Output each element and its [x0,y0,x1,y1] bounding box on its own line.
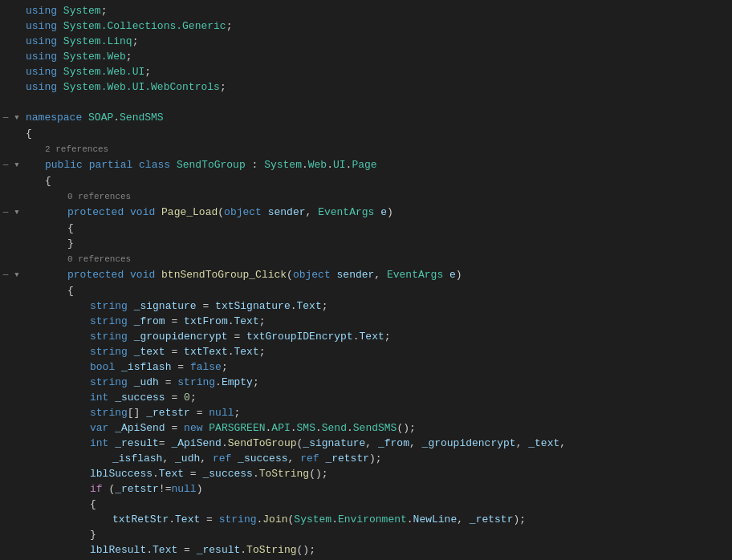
line-if: if (_retstr!=null) [0,481,732,497]
line-content-success: int _success = 0; [22,390,732,405]
gutter-groupid [0,329,11,330]
line-content-pageload: protected void Page_Load(object sender, … [22,205,732,220]
gutter-ref0-2 [0,251,11,252]
line-4: using System.Web; [0,49,732,64]
line-content-ns: namespace SOAP.SendSMS [22,110,732,125]
line-from: string _from = txtFrom.Text; [0,314,732,329]
line-txtretstr: txtRetStr.Text = string.Join(System.Envi… [0,512,732,527]
line-ref0-1: 0 references [0,189,732,205]
line-ob3: { [0,283,732,298]
gutter-blank [0,95,11,95]
line-content-apisend: var _ApiSend = new PARSGREEN.API.SMS.Sen… [22,420,732,436]
line-content-2: using System.Collections.Generic; [22,18,732,34]
gutter-cb4 [0,527,11,528]
line-ob4: { [0,497,732,512]
line-content-retstr: string[] _retstr = null; [22,405,732,420]
line-3: using System.Linq; [0,34,732,49]
line-ob0: { [0,126,732,141]
line-lblresult: lblResult.Text = _result.ToString(); [0,542,732,558]
line-content-ref2: 2 references [22,141,732,157]
gutter-class: ─ [0,157,11,173]
collapse-class[interactable]: ▾ [11,157,22,172]
gutter-3 [0,34,11,34]
line-content-btnclick: protected void btnSendToGroup_Click(obje… [22,267,732,282]
line-5: using System.Web.UI; [0,64,732,79]
line-cb4: } [0,527,732,542]
collapse-ns[interactable]: ▾ [11,110,22,125]
gutter-ob0 [0,126,11,127]
gutter-ob2 [0,221,11,221]
line-content-ref0-1: 0 references [22,189,732,205]
line-namespace: ─ ▾ namespace SOAP.SendSMS [0,110,732,126]
gutter-6 [0,79,11,80]
line-pageload: ─ ▾ protected void Page_Load(object send… [0,205,732,221]
line-content-lblsuccess: lblSuccess.Text = _success.ToString(); [22,466,732,481]
line-ref0-2: 0 references [0,251,732,267]
line-content-5: using System.Web.UI; [22,64,732,79]
line-content-txtretstr: txtRetStr.Text = string.Join(System.Envi… [22,512,732,527]
gutter-ob4 [0,497,11,497]
line-content-ob3: { [22,283,732,298]
gutter-4 [0,49,11,50]
line-ob1: { [0,173,732,189]
gutter-lblresult [0,542,11,543]
collapse-btnclick[interactable]: ▾ [11,267,22,282]
line-content-from: string _from = txtFrom.Text; [22,314,732,329]
code-editor: using System; using System.Collections.G… [0,0,732,560]
gutter-pageload: ─ [0,205,11,221]
gutter-2 [0,18,11,19]
gutter-isflash-udh [0,451,11,452]
line-retstr: string[] _retstr = null; [0,405,732,420]
gutter-sig [0,298,11,299]
line-content-groupid: string _groupidencrypt = txtGroupIDEncry… [22,329,732,344]
line-isflash: bool _isflash = false; [0,359,732,375]
line-sig: string _signature = txtSignature.Text; [0,298,732,314]
gutter-cb2 [0,236,11,237]
line-class: ─ ▾ public partial class SendToGroup : S… [0,157,732,173]
gutter-result [0,436,11,436]
gutter-udh [0,375,11,375]
line-content-4: using System.Web; [22,49,732,64]
line-result: int _result= _ApiSend.SendToGroup(_signa… [0,436,732,451]
line-ob2: { [0,221,732,236]
line-content-ref0-2: 0 references [22,251,732,267]
line-content-result: int _result= _ApiSend.SendToGroup(_signa… [22,436,732,451]
line-content-class: public partial class SendToGroup : Syste… [22,157,732,172]
gutter-isflash [0,359,11,360]
gutter-btnclick: ─ [0,267,11,283]
gutter-5 [0,64,11,65]
line-6: using System.Web.UI.WebControls; [0,79,732,95]
gutter-if [0,481,11,482]
gutter-apisend [0,420,11,421]
gutter-ref0-1 [0,189,11,189]
line-lblsuccess: lblSuccess.Text = _success.ToString(); [0,466,732,481]
gutter-1 [0,3,11,4]
line-ref2: 2 references [0,141,732,157]
line-content-udh: string _udh = string.Empty; [22,375,732,390]
collapse-pageload[interactable]: ▾ [11,205,22,220]
gutter-from [0,314,11,314]
line-2: using System.Collections.Generic; [0,18,732,34]
line-content-text: string _text = txtText.Text; [22,344,732,359]
gutter-ob1 [0,173,11,174]
line-content-lblresult: lblResult.Text = _result.ToString(); [22,542,732,558]
line-content-isflash-udh: _isflash, _udh, ref _success, ref _retst… [22,451,732,466]
line-text: string _text = txtText.Text; [0,344,732,359]
gutter-cb3 [0,558,11,558]
line-udh: string _udh = string.Empty; [0,375,732,390]
line-content-6: using System.Web.UI.WebControls; [22,79,732,95]
line-content-1: using System; [22,3,732,18]
gutter-lblsuccess [0,466,11,467]
line-content-cb2: } [22,236,732,251]
line-content-ob4: { [22,497,732,512]
line-groupid: string _groupidencrypt = txtGroupIDEncry… [0,329,732,344]
gutter-ns: ─ [0,110,11,126]
line-content-sig: string _signature = txtSignature.Text; [22,298,732,314]
gutter-retstr [0,405,11,406]
line-content-cb4: } [22,527,732,542]
line-content-ob0: { [22,126,732,141]
gutter-txtretstr [0,512,11,513]
line-content-ob1: { [22,173,732,189]
line-content-if: if (_retstr!=null) [22,481,732,497]
line-cb2: } [0,236,732,251]
